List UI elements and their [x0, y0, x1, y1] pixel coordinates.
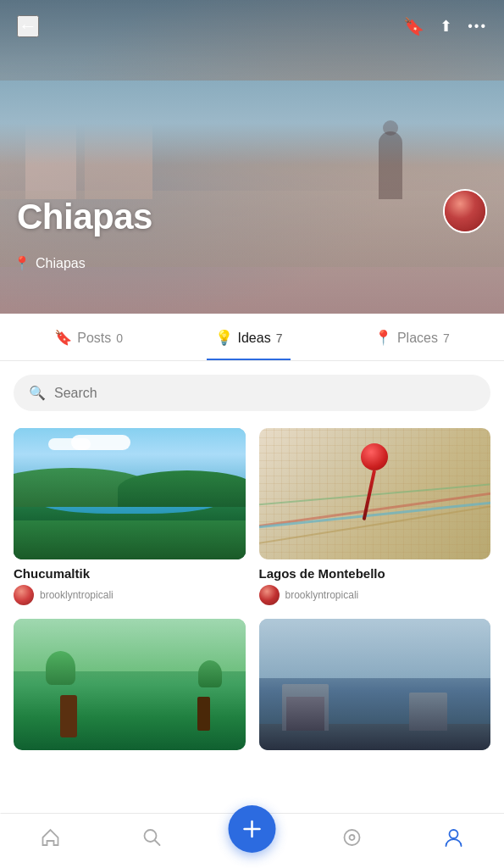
svg-point-6	[449, 830, 457, 838]
hero-top-bar: ← 🔖 ⬆ •••	[0, 0, 504, 46]
tab-ideas[interactable]: 💡 Ideas 7	[207, 314, 291, 360]
hero-section: ← 🔖 ⬆ ••• Chiapas 📍 Chiapas	[0, 0, 504, 314]
tab-posts[interactable]: 🔖 Posts 0	[46, 314, 131, 360]
idea-thumbnail-3	[14, 619, 246, 750]
location-pin-icon: 📍	[14, 255, 30, 271]
nav-explore[interactable]	[328, 823, 377, 852]
idea-thumbnail-lagos	[259, 428, 491, 559]
tab-posts-count: 0	[116, 331, 123, 345]
ideas-icon: 💡	[215, 329, 233, 347]
tabs-row: 🔖 Posts 0 💡 Ideas 7 📍 Places 7	[0, 314, 504, 360]
tabs-container: 🔖 Posts 0 💡 Ideas 7 📍 Places 7	[0, 314, 504, 361]
more-icon[interactable]: •••	[468, 19, 487, 34]
hero-location: 📍 Chiapas	[14, 255, 86, 271]
nav-search[interactable]	[127, 823, 176, 852]
share-icon[interactable]: ⬆	[440, 17, 452, 36]
hero-actions: 🔖 ⬆ •••	[403, 16, 487, 36]
author-avatar-lagos	[259, 585, 280, 605]
search-input[interactable]	[54, 386, 475, 401]
idea-card-chucumaltik[interactable]: Chucumaltik brooklyntropicali	[14, 428, 246, 605]
add-button[interactable]	[228, 805, 275, 853]
card-author-chucumaltik: brooklyntropicali	[14, 585, 246, 605]
nav-profile[interactable]	[429, 823, 478, 852]
search-bar: 🔍	[14, 375, 490, 411]
author-avatar-chucumaltik	[14, 585, 34, 605]
home-icon	[40, 826, 62, 849]
hero-scene	[0, 81, 504, 267]
search-icon: 🔍	[29, 385, 46, 401]
tab-places[interactable]: 📍 Places 7	[366, 314, 458, 360]
pushpin-icon	[361, 443, 388, 521]
explore-icon	[341, 826, 363, 849]
back-button[interactable]: ←	[17, 15, 39, 37]
idea-card-lagos[interactable]: Lagos de Montebello brooklyntropicali	[259, 428, 491, 605]
tab-ideas-count: 7	[276, 331, 283, 345]
nav-home[interactable]	[26, 823, 75, 852]
avatar[interactable]	[443, 189, 487, 233]
avatar-image	[445, 191, 485, 231]
posts-icon: 🔖	[54, 329, 72, 347]
idea-card-4[interactable]	[259, 619, 491, 757]
location-label: Chiapas	[36, 256, 86, 271]
card-title-chucumaltik: Chucumaltik	[14, 566, 246, 581]
places-icon: 📍	[374, 329, 392, 347]
profile-icon	[442, 826, 464, 849]
svg-point-5	[350, 835, 355, 840]
idea-thumbnail-4	[259, 619, 491, 750]
hero-title: Chiapas	[17, 197, 152, 237]
card-author-lagos: brooklyntropicali	[259, 585, 491, 605]
card-title-lagos: Lagos de Montebello	[259, 566, 491, 581]
author-name-chucumaltik: brooklyntropicali	[40, 589, 114, 601]
search-nav-icon	[141, 826, 163, 849]
svg-point-4	[345, 830, 360, 845]
tab-posts-label: Posts	[77, 331, 111, 346]
svg-line-1	[155, 841, 160, 846]
tab-places-count: 7	[443, 331, 450, 345]
idea-thumbnail-chucumaltik	[14, 428, 246, 559]
bottom-nav	[0, 813, 504, 868]
tab-ideas-label: Ideas	[238, 331, 271, 346]
author-name-lagos: brooklyntropicali	[285, 589, 359, 601]
add-icon	[240, 817, 263, 841]
tab-places-label: Places	[397, 331, 438, 346]
bookmark-icon[interactable]: 🔖	[403, 16, 424, 36]
search-container: 🔍	[0, 361, 504, 421]
ideas-grid: Chucumaltik brooklyntropicali Lagos de M…	[0, 421, 504, 842]
idea-card-3[interactable]	[14, 619, 246, 757]
